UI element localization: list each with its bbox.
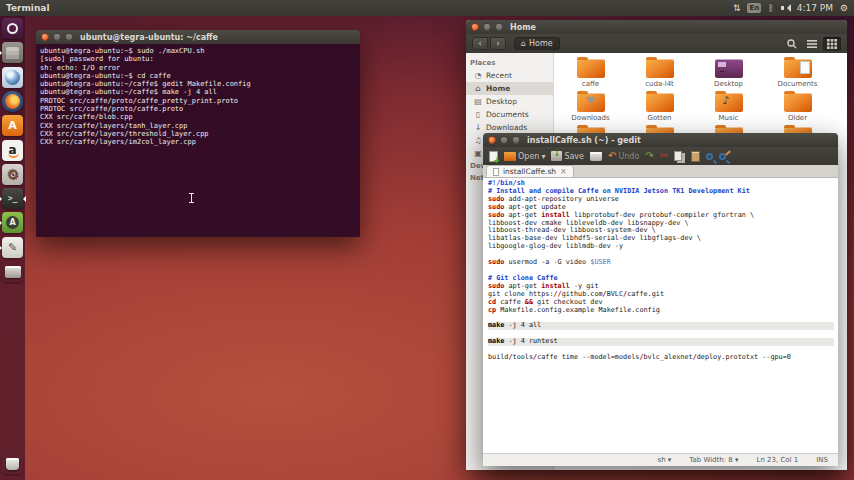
tab-installcaffe[interactable]: installCaffe.sh × (486, 165, 574, 177)
file-manager-titlebar[interactable]: Home (466, 20, 847, 34)
grid-view-icon[interactable] (823, 37, 841, 51)
terminal-titlebar[interactable]: ubuntu@tegra-ubuntu: ~/caffe (36, 30, 360, 44)
redo-button[interactable]: ↷ (645, 149, 653, 163)
close-button[interactable] (41, 33, 49, 41)
keyboard-layout-indicator[interactable]: En (747, 3, 761, 13)
paste-button[interactable] (691, 151, 700, 162)
folder-label: Documents (778, 80, 818, 88)
chromium-icon (5, 70, 20, 85)
breadcrumb[interactable]: ⌂ Home (514, 37, 560, 50)
minimize-button[interactable] (500, 136, 508, 144)
cut-button[interactable]: ✂ (660, 149, 668, 163)
open-dropdown-arrow[interactable]: ▾ (541, 152, 545, 161)
folder-label: Gotten (648, 114, 672, 122)
print-button[interactable] (590, 152, 602, 161)
launcher-item-firefox[interactable] (2, 91, 23, 112)
launcher-item-chromium[interactable] (2, 67, 23, 88)
folder-icon (646, 93, 674, 112)
folder-cuda-l4t[interactable]: cuda-l4t (625, 59, 694, 93)
system-settings-gear-icon: ⚙ (6, 166, 19, 182)
downloads-folder-icon (577, 93, 605, 112)
folder-Gotten[interactable]: Gotten (625, 93, 694, 127)
maximize-button[interactable] (495, 23, 503, 31)
mouse-ibeam-cursor (189, 193, 194, 203)
launcher-item-settings[interactable]: ⚙ (2, 164, 23, 185)
sidebar-item-desktop[interactable]: ▤Desktop (466, 95, 553, 108)
sidebar-item-home[interactable]: ⌂Home (466, 82, 553, 95)
replace-button[interactable] (719, 153, 726, 160)
folder-Music[interactable]: ♪Music (694, 93, 763, 127)
terminal-line: PROTOC src/caffe/proto/caffe_pretty_prin… (40, 97, 356, 105)
language-selector[interactable]: sh ▾ (658, 456, 672, 464)
places-header: Places (466, 57, 553, 69)
folder-Older[interactable]: Older (763, 93, 832, 127)
maximize-button[interactable] (65, 33, 73, 41)
folder-icon (784, 93, 812, 112)
forward-button[interactable]: › (490, 37, 506, 50)
volume-icon[interactable] (781, 4, 790, 12)
copy-button[interactable] (674, 151, 685, 161)
find-magnifier-icon (706, 153, 713, 160)
gedit-toolbar: Open ▾ Save ↶ Undo ↷ ✂ (483, 147, 838, 165)
folder-caffe[interactable]: caffe (556, 59, 625, 93)
save-disk-icon (551, 151, 562, 161)
sidebar-item-documents[interactable]: ▯Documents (466, 108, 553, 121)
open-folder-icon (504, 152, 516, 161)
clock[interactable]: 4:17 PM (797, 3, 833, 13)
tab-width-selector[interactable]: Tab Width: 8 ▾ (689, 456, 738, 464)
ubuntu-dash-icon (7, 23, 18, 34)
active-app-name: Terminal (6, 3, 50, 13)
search-icon[interactable] (783, 37, 801, 51)
launcher-item-dash[interactable] (2, 18, 23, 39)
folder-Downloads[interactable]: Downloads (556, 93, 625, 127)
trash-launcher-item[interactable] (2, 453, 23, 474)
folder-label: Downloads (571, 114, 609, 122)
new-document-button[interactable] (489, 151, 498, 162)
launcher-item-gedit[interactable]: ✎ (2, 237, 23, 258)
code-line: libgoogle-glog-dev liblmdb-dev -y (488, 243, 834, 251)
folder-Desktop[interactable]: Desktop (694, 59, 763, 93)
terminal-line: CXX src/caffe/layers/im2col_layer.cpp (40, 138, 356, 146)
minimize-button[interactable] (483, 23, 491, 31)
folder-label: Older (788, 114, 807, 122)
terminal-icon: >_ (8, 194, 18, 203)
gedit-titlebar[interactable]: installCaffe.sh (~) - gedit (483, 133, 838, 147)
find-button[interactable] (706, 153, 713, 160)
session-gear-icon[interactable]: ⚙ (840, 0, 848, 16)
launcher-item-terminal[interactable]: >_ (2, 188, 23, 209)
launcher-item-files[interactable] (2, 42, 23, 63)
external-drive-icon (5, 266, 21, 278)
undo-label: Undo (618, 152, 639, 161)
folder-Documents[interactable]: Documents (763, 59, 832, 93)
open-button[interactable]: Open ▾ (504, 152, 545, 161)
downloads-icon: ↓ (474, 123, 482, 132)
undo-button[interactable]: ↶ Undo (608, 149, 639, 163)
copy-icon (674, 151, 682, 161)
code-line: make -j 4 all (488, 322, 834, 330)
trash-icon (6, 458, 19, 470)
minimize-button[interactable] (53, 33, 61, 41)
gedit-text-area[interactable]: #!/bin/sh# Install and compile Caffe on … (483, 178, 838, 453)
terminal-output[interactable]: ubuntu@tegra-ubuntu:~$ sudo ./maxCPU.sh[… (36, 44, 360, 237)
sidebar-item-recent[interactable]: ◔Recent (466, 69, 553, 82)
close-button[interactable] (488, 136, 496, 144)
save-button[interactable]: Save (551, 151, 584, 161)
close-button[interactable] (471, 23, 479, 31)
back-button[interactable]: ‹ (472, 37, 488, 50)
tab-close-icon[interactable]: × (560, 167, 567, 176)
list-view-icon[interactable] (803, 37, 821, 51)
cut-scissors-icon: ✂ (660, 149, 668, 163)
launcher-item-drive[interactable] (2, 261, 23, 282)
maximize-button[interactable] (512, 136, 520, 144)
sidebar-item-label: Home (486, 84, 510, 93)
network-indicator-icon[interactable]: ⇅ (733, 0, 741, 16)
files-icon (6, 47, 19, 59)
sidebar-item-label: Recent (486, 71, 512, 80)
launcher-item-green[interactable]: A (2, 212, 23, 233)
code-line: sudo usermod -a -G video $USER (488, 259, 834, 267)
bluetooth-icon[interactable]: ᛒ (768, 0, 773, 16)
replace-icon (719, 153, 726, 160)
terminal-line: ubuntu@tegra-ubuntu:~$ cd caffe (40, 72, 356, 80)
launcher-item-software[interactable]: A (2, 115, 23, 136)
launcher-item-amazon[interactable]: a (2, 140, 23, 161)
